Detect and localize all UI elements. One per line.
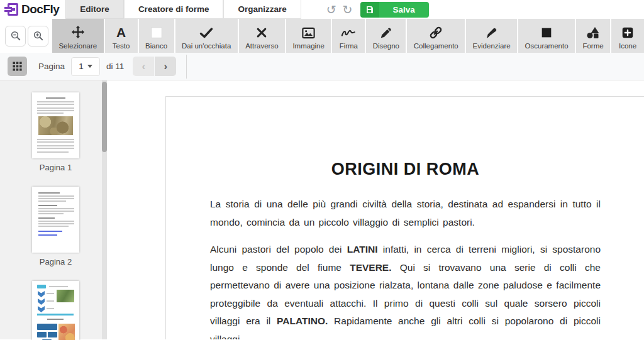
thumbnail-page-3-preview — [32, 281, 79, 340]
cross-icon — [255, 25, 268, 41]
move-icon — [70, 25, 86, 41]
save-label: Salva — [379, 2, 429, 18]
tool-oscuramento[interactable]: Oscuramento — [518, 19, 575, 53]
thumbnail-page-3[interactable] — [32, 281, 79, 340]
tool-label: Disegno — [373, 42, 399, 50]
tool-label: Evidenziare — [473, 42, 511, 50]
sidebar-scrollbar-thumb[interactable] — [102, 82, 107, 152]
thumbnail-page-2-preview — [32, 187, 79, 253]
thumbnail-image — [57, 290, 74, 302]
zoom-out-icon — [10, 30, 21, 41]
document-canvas: ORIGINI DI ROMA La storia di una delle p… — [107, 80, 644, 339]
nav-divider — [186, 55, 187, 79]
thumbnail-label: Pagina 2 — [32, 257, 79, 266]
tool-label: Forme — [582, 42, 603, 50]
tool-testo[interactable]: A Testo — [105, 19, 138, 53]
pencil-icon — [379, 25, 393, 41]
editor-toolbar: Selezionare A Testo Bianco Dai un'occhia… — [0, 19, 644, 53]
docfly-logo-icon — [4, 3, 19, 16]
current-page-value: 1 — [79, 62, 84, 71]
chevron-down-icon — [87, 65, 92, 68]
tool-icone[interactable]: Icone — [611, 19, 644, 53]
document-page[interactable]: ORIGINI DI ROMA La storia di una delle p… — [165, 96, 644, 339]
tool-label: Testo — [113, 42, 130, 50]
tool-label: Bianco — [145, 42, 167, 50]
page-label: Pagina — [38, 62, 65, 71]
tool-attraverso[interactable]: Attraverso — [239, 19, 285, 53]
tool-forme[interactable]: Forme — [576, 19, 610, 53]
page-navigation-bar: Pagina 1 di 11 ‹ › — [0, 53, 644, 80]
link-icon — [428, 25, 443, 41]
tool-label: Dai un'occhiata — [182, 42, 231, 50]
shapes-icon — [586, 25, 601, 41]
tool-label: Icone — [619, 42, 636, 50]
tool-label: Firma — [340, 42, 358, 50]
document-title: ORIGINI DI ROMA — [210, 160, 601, 179]
page-arrows: ‹ › — [133, 57, 176, 76]
logo-text: DocFly — [21, 3, 59, 16]
tool-disegno[interactable]: Disegno — [366, 19, 406, 53]
history-controls: ↺ ↻ — [326, 0, 353, 19]
top-bar: DocFly Editore Creatore di forme Organiz… — [0, 0, 644, 19]
highlighter-icon — [484, 25, 499, 41]
thumbnail-map — [58, 324, 75, 340]
tool-label: Immagine — [292, 42, 325, 50]
content-area: Pagina 1 Pagina 2 — [0, 80, 644, 339]
save-button[interactable]: Salva — [360, 2, 429, 18]
tool-label: Selezionare — [58, 42, 97, 50]
tool-evidenziare[interactable]: Evidenziare — [466, 19, 517, 53]
tool-firma[interactable]: Firma — [332, 19, 365, 53]
tool-selezionare[interactable]: Selezionare — [52, 19, 104, 53]
thumbnail-label: Pagina 1 — [32, 163, 79, 172]
thumbnail-page-1[interactable]: Pagina 1 — [32, 92, 79, 172]
page-thumbnails-sidebar: Pagina 1 Pagina 2 — [0, 80, 107, 339]
thumbnail-page-1-preview — [32, 92, 79, 158]
zoom-in-button[interactable] — [28, 26, 48, 47]
tab-editore[interactable]: Editore — [65, 0, 124, 19]
zoom-controls — [0, 19, 52, 53]
tool-immagine[interactable]: Immagine — [286, 19, 331, 53]
black-square-icon — [540, 25, 553, 41]
tool-label: Collegamento — [414, 42, 458, 50]
tool-bianco[interactable]: Bianco — [139, 19, 174, 53]
tab-organizzare[interactable]: Organizzare — [223, 0, 301, 19]
plus-square-icon — [621, 25, 635, 41]
page-number-dropdown[interactable]: 1 — [71, 57, 100, 76]
page-grid-view-button[interactable] — [8, 57, 27, 76]
text-icon: A — [116, 25, 126, 41]
check-icon — [199, 25, 214, 41]
zoom-in-icon — [33, 30, 44, 41]
tool-label: Attraverso — [245, 42, 278, 50]
page-count-label: di 11 — [106, 62, 124, 71]
grid-icon — [12, 61, 23, 72]
previous-page-button[interactable]: ‹ — [133, 57, 154, 76]
document-paragraph: Alcuni pastori del popolo dei LATINI inf… — [210, 241, 601, 339]
thumbnail-page-2[interactable]: Pagina 2 — [32, 187, 79, 266]
thumbnail-image — [38, 116, 73, 135]
undo-icon[interactable]: ↺ — [326, 4, 336, 16]
tab-creatore-di-forme[interactable]: Creatore di forme — [124, 0, 224, 19]
image-icon — [301, 25, 316, 41]
tool-buttons: Selezionare A Testo Bianco Dai un'occhia… — [52, 19, 644, 53]
save-floppy-icon — [360, 2, 379, 18]
docfly-logo[interactable]: DocFly — [0, 0, 65, 19]
sidebar-scrollbar-track[interactable] — [102, 80, 107, 339]
white-square-icon — [150, 25, 164, 41]
document-body-text: La storia di una delle più grandi civilt… — [210, 195, 601, 339]
thumbnail-timeline — [37, 314, 74, 315]
next-page-button[interactable]: › — [155, 57, 176, 76]
tool-label: Oscuramento — [525, 42, 569, 50]
tool-dai-unocchiata[interactable]: Dai un'occhiata — [175, 19, 238, 53]
redo-icon[interactable]: ↻ — [343, 4, 353, 16]
tool-collegamento[interactable]: Collegamento — [407, 19, 465, 53]
document-paragraph: La storia di una delle più grandi civilt… — [210, 195, 601, 231]
zoom-out-button[interactable] — [5, 26, 26, 47]
signature-icon — [340, 25, 357, 41]
